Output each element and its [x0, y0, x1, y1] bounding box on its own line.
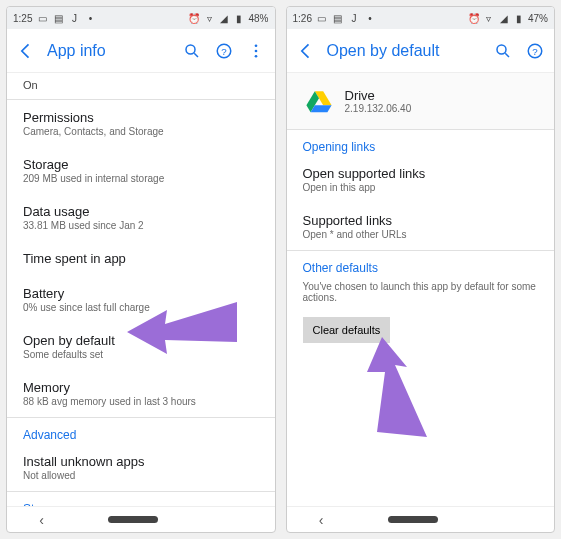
row-permissions[interactable]: Permissions Camera, Contacts, and Storag…	[7, 100, 275, 147]
app-bar: App info ?	[7, 29, 275, 73]
section-store[interactable]: Store	[7, 492, 275, 506]
row-label: Memory	[23, 380, 259, 395]
svg-point-0	[186, 45, 195, 54]
status-bar: 1:26 ▭ ▤ J • ⏰ ▿ ◢ ▮ 47%	[287, 7, 555, 29]
svg-text:?: ?	[221, 45, 227, 56]
help-icon[interactable]: ?	[213, 40, 235, 62]
row-sub: 88 kB avg memory used in last 3 hours	[23, 396, 259, 407]
row-time-spent[interactable]: Time spent in app	[7, 241, 275, 276]
row-install-unknown[interactable]: Install unknown apps Not allowed	[7, 444, 275, 491]
status-right: ⏰ ▿ ◢ ▮ 48%	[188, 12, 268, 24]
row-sub: Not allowed	[23, 470, 259, 481]
svg-line-1	[194, 53, 198, 57]
signal-icon: ◢	[218, 12, 230, 24]
app-info: Drive 2.19.132.06.40	[345, 88, 412, 114]
page-title: Open by default	[327, 42, 483, 60]
status-right: ⏰ ▿ ◢ ▮ 47%	[468, 12, 548, 24]
row-sub: 0% use since last full charge	[23, 302, 259, 313]
status-time: 1:25	[13, 13, 32, 24]
svg-point-8	[497, 45, 506, 54]
section-other-defaults: Other defaults	[287, 251, 555, 277]
svg-text:?: ?	[532, 45, 538, 56]
nav-home-pill[interactable]	[388, 516, 438, 523]
wifi-icon: ▿	[483, 12, 495, 24]
row-sub: Some defaults set	[23, 349, 259, 360]
content-scroll[interactable]: Drive 2.19.132.06.40 Opening links Open …	[287, 73, 555, 506]
notification-msg-icon: ▭	[36, 12, 48, 24]
row-storage[interactable]: Storage 209 MB used in internal storage	[7, 147, 275, 194]
row-sub: 33.81 MB used since Jan 2	[23, 220, 259, 231]
battery-icon: ▮	[233, 12, 245, 24]
help-icon[interactable]: ?	[524, 40, 546, 62]
helper-text: You've chosen to launch this app by defa…	[287, 277, 555, 311]
overflow-icon[interactable]	[245, 40, 267, 62]
svg-point-5	[254, 49, 257, 52]
signal-icon: ◢	[498, 12, 510, 24]
notification-dot-icon: •	[84, 12, 96, 24]
row-open-by-default[interactable]: Open by default Some defaults set	[7, 323, 275, 370]
nav-back-icon[interactable]: ‹	[319, 512, 324, 528]
row-battery[interactable]: Battery 0% use since last full charge	[7, 276, 275, 323]
clear-defaults-button[interactable]: Clear defaults	[303, 317, 391, 343]
row-data-usage[interactable]: Data usage 33.81 MB used since Jan 2	[7, 194, 275, 241]
notification-dot-icon: •	[364, 12, 376, 24]
page-title: App info	[47, 42, 171, 60]
row-label: Supported links	[303, 213, 539, 228]
toggle-status: On	[7, 73, 275, 99]
screen-open-by-default: 1:26 ▭ ▤ J • ⏰ ▿ ◢ ▮ 47% Open by default…	[286, 6, 556, 533]
app-version: 2.19.132.06.40	[345, 103, 412, 114]
section-opening-links: Opening links	[287, 130, 555, 156]
svg-line-9	[505, 53, 509, 57]
content-scroll[interactable]: On Permissions Camera, Contacts, and Sto…	[7, 73, 275, 506]
alarm-icon: ⏰	[468, 12, 480, 24]
search-icon[interactable]	[181, 40, 203, 62]
row-sub: 209 MB used in internal storage	[23, 173, 259, 184]
svg-point-4	[254, 44, 257, 47]
nav-bar: ‹	[7, 506, 275, 532]
app-header: Drive 2.19.132.06.40	[287, 73, 555, 129]
status-bar: 1:25 ▭ ▤ J • ⏰ ▿ ◢ ▮ 48%	[7, 7, 275, 29]
notification-misc-icon: J	[348, 12, 360, 24]
row-sub: Open * and other URLs	[303, 229, 539, 240]
section-advanced[interactable]: Advanced	[7, 418, 275, 444]
notification-misc-icon: J	[68, 12, 80, 24]
screen-app-info: 1:25 ▭ ▤ J • ⏰ ▿ ◢ ▮ 48% App info ? On P…	[6, 6, 276, 533]
row-label: Storage	[23, 157, 259, 172]
wifi-icon: ▿	[203, 12, 215, 24]
back-icon[interactable]	[295, 40, 317, 62]
row-label: Open supported links	[303, 166, 539, 181]
row-label: Battery	[23, 286, 259, 301]
row-sub: Open in this app	[303, 182, 539, 193]
status-left: 1:26 ▭ ▤ J •	[293, 12, 376, 24]
nav-bar: ‹	[287, 506, 555, 532]
battery-icon: ▮	[513, 12, 525, 24]
back-icon[interactable]	[15, 40, 37, 62]
row-label: Open by default	[23, 333, 259, 348]
nav-back-icon[interactable]: ‹	[39, 512, 44, 528]
notification-chat-icon: ▤	[52, 12, 64, 24]
status-time: 1:26	[293, 13, 312, 24]
row-label: Install unknown apps	[23, 454, 259, 469]
row-label: Permissions	[23, 110, 259, 125]
drive-icon	[305, 87, 333, 115]
row-open-supported[interactable]: Open supported links Open in this app	[287, 156, 555, 203]
notification-msg-icon: ▭	[316, 12, 328, 24]
row-label: Time spent in app	[23, 251, 259, 266]
status-battery: 47%	[528, 13, 548, 24]
row-label: Data usage	[23, 204, 259, 219]
status-battery: 48%	[248, 13, 268, 24]
nav-home-pill[interactable]	[108, 516, 158, 523]
alarm-icon: ⏰	[188, 12, 200, 24]
app-name: Drive	[345, 88, 412, 103]
status-left: 1:25 ▭ ▤ J •	[13, 12, 96, 24]
search-icon[interactable]	[492, 40, 514, 62]
app-bar: Open by default ?	[287, 29, 555, 73]
row-sub: Camera, Contacts, and Storage	[23, 126, 259, 137]
notification-chat-icon: ▤	[332, 12, 344, 24]
svg-point-6	[254, 54, 257, 57]
row-memory[interactable]: Memory 88 kB avg memory used in last 3 h…	[7, 370, 275, 417]
row-supported-links[interactable]: Supported links Open * and other URLs	[287, 203, 555, 250]
